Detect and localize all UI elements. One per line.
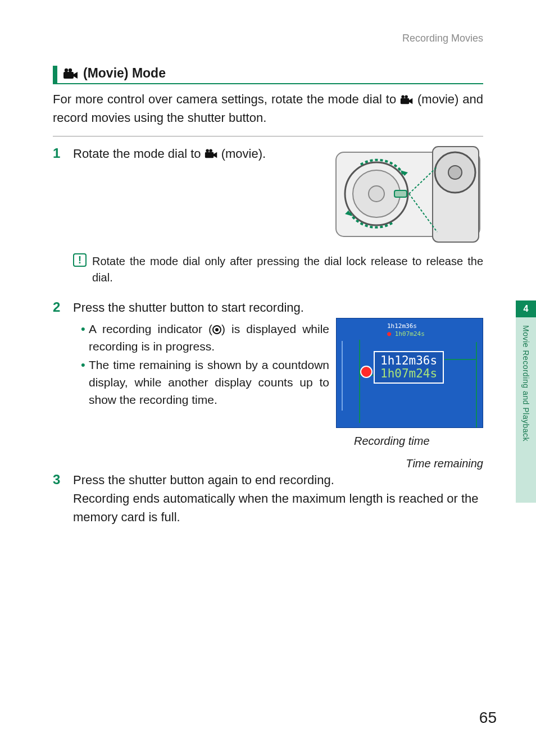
caution-text: Rotate the mode dial only after pressing… (92, 253, 483, 286)
record-indicator-icon: ● (387, 330, 391, 338)
caution-note: ! Rotate the mode dial only after pressi… (73, 253, 483, 286)
list-item: The time remaining is shown by a countdo… (81, 356, 329, 408)
section-title-row: (Movie) Mode (53, 66, 483, 84)
section-title: (Movie) Mode (83, 66, 166, 81)
screen-overlay-small: 1h12m36s ● 1h07m24s (387, 323, 425, 338)
svg-point-12 (369, 186, 384, 202)
screen-callout: 1h12m36s 1h07m24s (374, 351, 444, 384)
record-indicator-icon (360, 366, 373, 378)
time-remaining-small: 1h07m24s (395, 330, 425, 338)
time-recorded: 1h12m36s (380, 354, 437, 367)
mic-level-meter (339, 341, 345, 411)
intro-text-1: For more control over camera settings, r… (53, 92, 400, 106)
intro-paragraph: For more control over camera settings, r… (53, 90, 483, 127)
svg-point-1 (69, 68, 72, 71)
step-number: 1 (53, 144, 66, 235)
camera-screen: 1h12m36s ● 1h07m24s 1h12m36s 1h07m24s (336, 318, 483, 428)
caution-icon: ! (73, 253, 87, 267)
svg-point-4 (206, 149, 208, 152)
step-2: 2 Press the shutter button to start reco… (53, 298, 483, 428)
chapter-title: Movie Recording and Playback (521, 317, 530, 441)
time-recorded-small: 1h12m36s (387, 322, 417, 330)
step-number: 2 (53, 298, 66, 428)
svg-point-9 (448, 166, 462, 179)
screen-figure: 1h12m36s ● 1h07m24s 1h12m36s 1h07m24s Re… (336, 318, 483, 428)
svg-point-5 (209, 149, 212, 152)
step1-text-b: (movie). (221, 147, 266, 161)
step2-heading: Press the shutter button to start record… (73, 298, 483, 317)
step-1: 1 Rotate the mode dial to (movie). (53, 144, 483, 244)
bullet-text: A recording indicator ( (89, 322, 212, 335)
page-number: 65 (479, 709, 497, 727)
step3-line2: Recording ends automatically when the ma… (73, 489, 483, 526)
figure-label-recording: Recording time (354, 432, 430, 449)
step3-line1: Press the shutter button again to end re… (73, 471, 483, 489)
svg-point-3 (405, 95, 407, 98)
time-remaining: 1h07m24s (380, 367, 437, 380)
movie-icon (205, 145, 218, 156)
step1-text-a: Rotate the mode dial to (73, 147, 205, 161)
svg-point-0 (65, 68, 68, 71)
figure-label-remaining: Time remaining (406, 455, 483, 472)
movie-icon (400, 92, 414, 102)
chapter-tab: 4 Movie Recording and Playback (516, 300, 536, 503)
svg-point-2 (401, 95, 404, 98)
movie-icon (63, 67, 79, 80)
step-3: 3 Press the shutter button again to end … (53, 471, 483, 526)
chapter-number: 4 (516, 300, 536, 317)
page-content: Recording Movies (Movie) Mode For more c… (0, 0, 536, 563)
breadcrumb: Recording Movies (53, 33, 483, 44)
divider (53, 136, 483, 136)
camera-illustration (333, 144, 483, 244)
svg-rect-13 (394, 190, 407, 197)
step2-bullets: A recording indicator () is displayed wh… (73, 320, 329, 408)
record-indicator-icon (212, 325, 221, 334)
list-item: A recording indicator () is displayed wh… (81, 320, 329, 355)
step-number: 3 (53, 471, 66, 526)
